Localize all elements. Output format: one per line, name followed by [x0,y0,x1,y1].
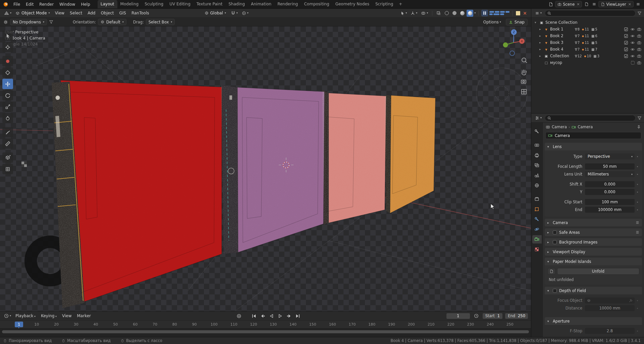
prev-keyframe-button[interactable] [259,313,267,319]
selectable-checkbox-icon[interactable] [624,27,628,31]
tab-scene[interactable] [532,171,542,180]
tool-annotate[interactable] [2,127,13,137]
tab-object-data[interactable] [532,235,542,244]
panel-lens[interactable]: ▾ Lens [545,143,642,150]
next-keyframe-button[interactable] [285,313,293,319]
timeline-menu-item[interactable]: View [60,313,74,319]
animate-property-dot[interactable] [636,331,639,332]
pause-preview-button[interactable] [481,10,488,16]
end-frame-field[interactable]: End 250 [505,313,528,319]
use-preview-range-icon[interactable] [472,313,480,319]
selectable-checkbox-icon[interactable] [624,54,628,58]
tool-move[interactable] [2,79,13,89]
breadcrumb-data[interactable]: Camera [578,125,593,129]
selectable-checkbox-icon[interactable] [624,47,628,52]
tab-tool[interactable] [532,127,542,136]
distance-field[interactable]: 10000 mm [585,305,635,311]
pin-icon[interactable] [637,125,641,129]
current-frame-field[interactable]: 1 [446,313,470,319]
view-menu[interactable]: View [53,10,67,17]
playhead-line[interactable] [18,327,19,328]
outliner-editor-dropdown[interactable]: ▾ [534,10,543,17]
play-button[interactable] [276,313,284,319]
overlays-dropdown[interactable]: ▾ [420,10,429,17]
auto-keying-button[interactable] [235,313,243,319]
hide-eye-icon[interactable] [630,27,635,31]
timeline-ruler[interactable]: 1 10 20 30 40 50 60 70 80 90 100 11 [0,320,531,328]
workspace-tab[interactable]: Rendering [274,0,301,8]
workspace-tab[interactable]: Geometry Nodes [332,0,372,8]
remove-viewlayer-icon[interactable]: × [628,2,631,6]
workspace-tab[interactable]: UV Editing [166,0,194,8]
property-field[interactable]: 100 mm ▾ [585,199,635,205]
mode-dropdown[interactable]: Object Mode ▾ [13,10,52,17]
workspace-tab[interactable]: Shading [225,0,248,8]
render-visibility-icon[interactable] [637,34,641,38]
outliner-filter-icon[interactable] [637,11,642,15]
workspace-tab[interactable]: Layout [98,0,117,8]
panel-paper-model[interactable]: ▾ Paper Model Islands [545,258,642,265]
object-menu[interactable]: Object [98,10,116,17]
tool-gear-icon[interactable] [3,20,8,24]
gizmos-dropdown[interactable]: ▾ [409,10,419,17]
hide-eye-icon[interactable] [630,41,635,45]
animate-property-dot[interactable] [636,192,639,193]
browse-scene-icon[interactable] [547,1,554,7]
exclude-checkbox-icon[interactable] [631,61,635,65]
hide-eye-icon[interactable] [630,47,635,52]
properties-search-input[interactable] [545,115,636,121]
shading-wireframe-button[interactable] [443,10,450,17]
panel-menu-icon[interactable]: ☰ [636,230,639,234]
expand-caret-icon[interactable]: ▸ [539,27,544,31]
properties-editor-dropdown[interactable]: ▾ [534,115,543,122]
blender-logo-icon[interactable] [2,1,9,7]
focus-object-field[interactable] [585,297,635,303]
animate-property-dot[interactable] [636,184,639,185]
zoom-icon[interactable] [522,58,527,63]
hide-eye-icon[interactable] [630,54,635,58]
navigation-gizmo[interactable]: Z X [503,29,525,55]
timeline-editor-dropdown[interactable]: ▾ [3,313,12,320]
tab-render[interactable] [532,141,542,149]
select-tool-dropdown[interactable]: ▾ [399,10,408,17]
render-visibility-icon[interactable] [637,47,641,52]
tab-output[interactable] [532,151,542,159]
playhead-label[interactable]: 1 [15,322,23,327]
snap-button[interactable]: Snap [506,19,528,25]
tool-scale[interactable] [2,101,13,112]
expand-caret-icon[interactable]: ▾ [535,21,539,24]
gis-menu[interactable]: GIS [117,10,128,17]
jump-to-start-button[interactable] [250,313,258,319]
gizmo-neg-z-axis[interactable] [510,51,515,56]
active-tool-dropdown[interactable]: No Dropdowns ▾ [10,19,47,25]
menu-item[interactable]: Edit [23,1,36,8]
panel-aperture[interactable]: ▾ Aperture [545,317,642,325]
tool-tweak[interactable] [2,67,13,78]
animate-property-dot[interactable] [636,209,639,210]
timeline-menu-item[interactable]: Marker [74,313,93,319]
add-workspace-button[interactable]: + [396,0,405,8]
shading-rendered-button[interactable] [467,10,473,17]
selectable-checkbox-icon[interactable] [624,41,628,45]
animate-property-dot[interactable] [636,174,639,175]
snapping-toggle[interactable]: ▾ [229,10,239,17]
workspace-tab[interactable]: Animation [248,0,274,8]
rantools-menu[interactable]: RanTools [129,10,152,17]
breadcrumb-object[interactable]: Camera [552,125,567,129]
options-dropdown[interactable]: Options ▾ [482,18,502,25]
tool-transform[interactable] [2,113,13,123]
tab-modifiers[interactable] [532,215,542,223]
panel-collapsed[interactable]: ▸ Safe Areas ☰ [545,228,642,236]
fstop-field[interactable]: 2.8 [585,328,635,334]
property-field[interactable]: 100000 mm ▾ [585,207,635,213]
outliner-item[interactable]: ▸ Book 1 8 11 5 [531,26,644,32]
tab-object[interactable] [532,205,542,213]
drag-setting-dropdown[interactable]: Select Box ▾ [146,19,175,25]
menu-item[interactable]: File [11,1,23,8]
viewlayer-browse-icon[interactable] [591,1,597,7]
scene-selector[interactable]: Scene × [555,1,582,7]
menu-item[interactable]: Render [37,1,56,8]
timeline-menu-item[interactable]: Playback [13,313,38,319]
workspace-tab[interactable]: Modeling [117,0,142,8]
outliner-item[interactable]: ▸ Book 3 7 11 5 [531,39,644,46]
